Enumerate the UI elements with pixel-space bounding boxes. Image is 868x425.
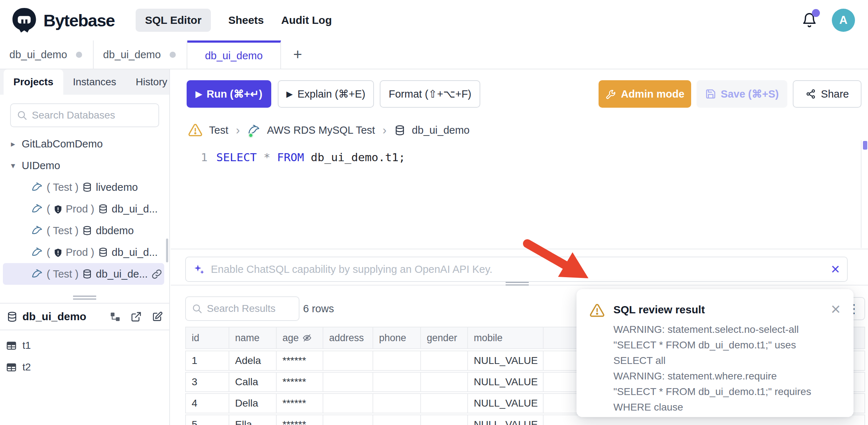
table-cell — [373, 351, 420, 370]
mysql-engine-icon — [31, 203, 43, 215]
popup-warning-line: WARNING: statement.where.require — [613, 368, 841, 384]
avatar[interactable]: A — [832, 9, 855, 32]
external-link-icon[interactable] — [131, 311, 142, 322]
table-item-t1[interactable]: t1 — [0, 335, 169, 356]
table-item-t2[interactable]: t2 — [0, 356, 169, 378]
popup-close-icon[interactable]: × — [831, 301, 841, 317]
sparkle-icon — [193, 263, 205, 275]
unsaved-dot — [76, 52, 82, 58]
search-databases-input[interactable] — [32, 110, 153, 121]
environment-warning-icon — [188, 123, 203, 137]
table-cell: 3 — [186, 373, 229, 391]
save-button[interactable]: Save (⌘+S) — [697, 80, 787, 108]
breadcrumb-separator: › — [236, 123, 240, 137]
format-button[interactable]: Format (⇧+⌥+F) — [380, 80, 480, 108]
database-label: db_ui_d... — [112, 203, 158, 215]
sheet-tab-1[interactable]: db_ui_demo — [0, 40, 94, 69]
project-database-tree: ▸GitLabComDemo▾UIDemo( Test )livedemo( P… — [0, 133, 167, 285]
bytebase-logo-icon — [11, 7, 38, 34]
tree-database-2[interactable]: ( Test )livedemo — [3, 176, 164, 198]
sql-editor-area[interactable]: 1 SELECT * FROM db_ui_demo.t1; — [171, 149, 405, 166]
sql-code-line: SELECT * FROM db_ui_demo.t1; — [216, 151, 405, 164]
header-actions: A — [801, 9, 857, 32]
tree-database-4[interactable]: ( Test )dbdemo — [3, 220, 164, 241]
nav-item-sheets[interactable]: Sheets — [228, 14, 264, 26]
run-button[interactable]: ▶ Run (⌘+↵) — [187, 80, 271, 108]
line-number: 1 — [171, 151, 208, 164]
database-icon — [7, 311, 18, 322]
column-header-label: age — [282, 332, 299, 344]
sidebar-tab-history[interactable]: History — [126, 69, 177, 95]
tree-database-5[interactable]: ( Prod )db_ui_d... — [3, 241, 164, 263]
breadcrumb-database[interactable]: db_ui_demo — [412, 124, 470, 136]
chevron-down-icon: ▾ — [8, 161, 18, 171]
sheet-tabs: db_ui_demodb_ui_demodb_ui_demo — [0, 40, 281, 69]
banner-close-icon[interactable]: × — [831, 262, 840, 277]
editor-scrollbar-thumb[interactable] — [863, 141, 867, 150]
sidebar-scrollbar-thumb[interactable] — [166, 239, 168, 262]
database-search-box — [10, 103, 159, 127]
share-button[interactable]: Share — [793, 80, 861, 108]
results-search-box — [185, 296, 299, 321]
column-header-id: id — [186, 327, 229, 348]
tree-project-uidemo[interactable]: ▾UIDemo — [3, 155, 164, 176]
project-label: GitLabComDemo — [22, 138, 103, 150]
database-label: dbdemo — [96, 225, 134, 237]
sidebar-tab-projects[interactable]: Projects — [4, 69, 63, 95]
unsaved-dot — [170, 52, 176, 58]
table-cell: Ella — [229, 415, 276, 425]
results-resize-handle[interactable] — [506, 282, 529, 287]
sheet-tab-3[interactable]: db_ui_demo — [187, 40, 281, 69]
mysql-engine-icon — [31, 246, 43, 258]
popup-warning-line: "SELECT * FROM db_ui_demo.t1;" uses — [613, 337, 841, 353]
bytebase-sql-editor-app: Bytebase SQL EditorSheetsAudit Log A db_… — [0, 0, 868, 425]
current-database-title: db_ui_demo — [22, 310, 86, 323]
wrench-icon — [605, 89, 616, 99]
environment-label: ( Test ) — [47, 268, 78, 280]
sheet-tab-label: db_ui_demo — [9, 49, 67, 61]
breadcrumb-instance[interactable]: AWS RDS MySQL Test — [267, 124, 375, 136]
instance-status-dot — [248, 133, 254, 138]
column-header-mobile: mobile — [468, 327, 543, 348]
nav-item-audit-log[interactable]: Audit Log — [281, 14, 332, 26]
edit-schema-icon[interactable] — [152, 311, 163, 322]
column-header-phone: phone — [373, 327, 420, 348]
table-cell: 4 — [186, 394, 229, 413]
table-cell: Adela — [229, 351, 276, 370]
tree-project-gitlabcomdemo[interactable]: ▸GitLabComDemo — [3, 133, 164, 155]
table-cell: 1 — [186, 351, 229, 370]
sidebar: ProjectsInstancesHistory ▸GitLabComDemo▾… — [0, 69, 170, 425]
eye-off-icon — [302, 333, 312, 343]
search-results-input[interactable] — [207, 303, 293, 314]
brand-wordmark: Bytebase — [43, 10, 115, 30]
tree-database-3[interactable]: ( Prod )db_ui_d... — [3, 198, 164, 220]
sidebar-resize-handle[interactable] — [73, 296, 96, 301]
row-count-label: 6 rows — [303, 296, 334, 321]
table-cell: NULL_VALUE — [468, 415, 543, 425]
table-cell — [373, 373, 420, 391]
chatsql-banner: Enable ChatSQL capability by supplying a… — [185, 257, 848, 282]
schema-diagram-icon[interactable] — [110, 311, 121, 322]
table-list: t1t2 — [0, 330, 169, 378]
environment-label: ( Prod ) — [47, 203, 94, 215]
database-label: db_ui_d... — [112, 246, 158, 258]
database-label: livedemo — [96, 181, 138, 193]
breadcrumb: Test › AWS RDS MySQL Test › db_ui_demo — [188, 120, 469, 140]
bytebase-logo[interactable]: Bytebase — [11, 7, 115, 34]
tree-database-6[interactable]: ( Test )db_ui_de... — [3, 263, 164, 285]
admin-mode-button[interactable]: Admin mode — [599, 80, 691, 108]
sidebar-tab-instances[interactable]: Instances — [63, 69, 126, 95]
add-sheet-tab-button[interactable]: + — [281, 40, 314, 69]
sidebar-panel-tabs: ProjectsInstancesHistory — [0, 69, 169, 95]
table-cell: ****** — [277, 351, 323, 370]
sheet-tab-label: db_ui_demo — [205, 50, 263, 62]
sheet-tab-2[interactable]: db_ui_demo — [94, 40, 187, 69]
nav-item-sql-editor[interactable]: SQL Editor — [136, 9, 211, 32]
table-name: t1 — [22, 340, 31, 351]
project-label: UIDemo — [22, 160, 60, 172]
link-icon — [152, 269, 162, 279]
notifications-bell-icon[interactable] — [801, 12, 817, 28]
database-schema-panel: db_ui_demo — [0, 303, 169, 425]
explain-button[interactable]: ▶ Explain (⌘+E) — [278, 80, 374, 108]
breadcrumb-environment[interactable]: Test — [209, 124, 228, 136]
